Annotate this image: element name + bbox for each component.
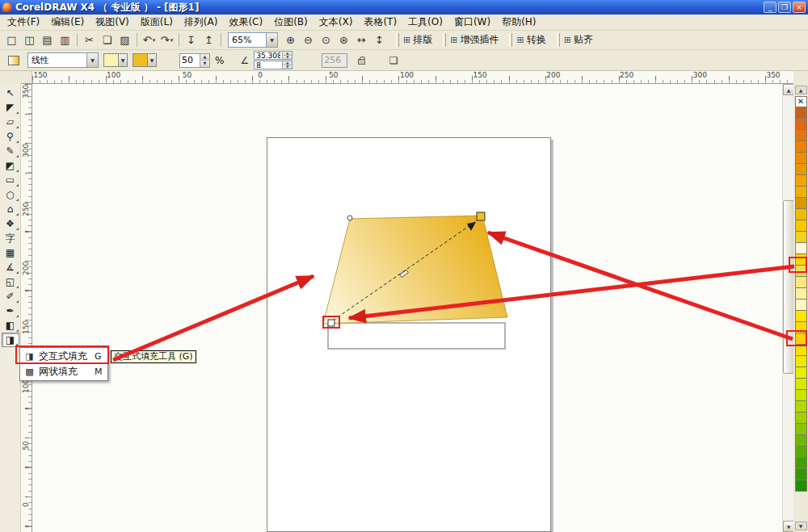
palette-swatch[interactable] — [795, 107, 807, 119]
toolbar-grip[interactable] — [443, 33, 446, 47]
flyout-item-mesh-fill[interactable]: ▩网状填充M — [21, 364, 107, 379]
menu-tools[interactable]: 工具(O) — [402, 14, 448, 31]
palette-swatch[interactable] — [795, 367, 807, 379]
smart-fill-tool[interactable]: ◩ — [2, 158, 19, 173]
scroll-down-button[interactable]: ▼ — [783, 521, 794, 532]
cut-button[interactable]: ✂ — [81, 31, 98, 48]
fill-tool[interactable]: ◧ — [2, 318, 19, 333]
menu-file[interactable]: 文件(F) — [2, 14, 45, 31]
scrollbar-thumb[interactable] — [783, 200, 794, 374]
interactive-fill-tool[interactable]: ◨ — [2, 333, 19, 347]
palette-swatch[interactable] — [795, 310, 807, 322]
fill-from-color-picker[interactable]: ▼ — [103, 53, 128, 67]
shape-tool[interactable]: ◤ — [2, 100, 19, 115]
palette-swatch[interactable] — [795, 355, 807, 367]
new-button[interactable]: □ — [3, 31, 20, 48]
zoom-level-select[interactable]: 65% ▼ — [228, 32, 278, 48]
angle-input[interactable] — [255, 52, 282, 59]
pick-tool[interactable]: ↖ — [2, 86, 19, 100]
palette-swatch[interactable] — [795, 378, 807, 390]
palette-swatch[interactable] — [795, 480, 807, 492]
menu-edit[interactable]: 编辑(E) — [45, 14, 90, 31]
palette-swatch[interactable] — [795, 163, 807, 175]
palette-swatch[interactable] — [795, 299, 807, 311]
vertical-scrollbar[interactable]: ▲ ▼ — [782, 84, 793, 532]
copy-fill-button[interactable]: ❏ — [385, 52, 402, 69]
steps-lock-button[interactable] — [352, 52, 370, 69]
chevron-down-icon[interactable]: ▼ — [266, 33, 277, 47]
chevron-down-icon[interactable]: ▾ — [170, 37, 174, 44]
palette-swatch[interactable] — [795, 457, 807, 469]
outline-tool[interactable]: ✒ — [2, 304, 19, 318]
toolbar-grip[interactable] — [509, 33, 512, 47]
palette-swatch[interactable] — [795, 197, 807, 209]
chevron-down-icon[interactable]: ▼ — [86, 53, 98, 67]
palette-swatch[interactable] — [795, 287, 807, 300]
palette-swatch[interactable] — [795, 231, 807, 243]
palette-swatch[interactable] — [795, 140, 807, 153]
menu-effects[interactable]: 效果(C) — [223, 14, 268, 31]
drawing-canvas[interactable] — [32, 84, 782, 532]
palette-swatch[interactable] — [795, 389, 807, 401]
spin-down-icon[interactable]: ▼ — [283, 65, 292, 69]
export-button[interactable]: ↥ — [200, 31, 217, 48]
menu-layout[interactable]: 版面(L) — [135, 14, 179, 31]
save-button[interactable]: ▤ — [39, 31, 56, 48]
palette-swatch[interactable] — [795, 333, 807, 345]
document-page[interactable] — [267, 137, 551, 532]
palette-swatch[interactable] — [795, 468, 807, 480]
palette-swatch[interactable] — [795, 434, 807, 446]
palette-swatch[interactable] — [795, 253, 807, 266]
palette-swatch[interactable] — [795, 446, 807, 458]
toolbar-enhanced-plugins[interactable]: ⊞增强插件 — [449, 33, 502, 47]
palette-swatch[interactable] — [795, 220, 807, 232]
crop-tool[interactable]: ▱ — [2, 115, 19, 129]
menu-arrange[interactable]: 排列(A) — [179, 14, 224, 31]
menu-view[interactable]: 视图(V) — [90, 14, 135, 31]
palette-swatch[interactable] — [795, 276, 807, 288]
polygon-tool[interactable]: ⌂ — [2, 202, 19, 216]
ellipse-tool[interactable]: ○ — [2, 187, 19, 202]
table-tool[interactable]: ▦ — [2, 245, 19, 260]
palette-swatch[interactable] — [795, 118, 807, 130]
eyedropper-tool[interactable]: ✐ — [2, 289, 19, 304]
palette-scroll-up-button[interactable]: ▲ — [795, 86, 807, 94]
menu-text[interactable]: 文本(X) — [314, 14, 359, 31]
fill-to-color-picker[interactable]: ▼ — [133, 53, 157, 67]
palette-swatch[interactable] — [795, 208, 807, 220]
zoom-all-button[interactable]: ⊛ — [335, 31, 352, 48]
freehand-tool[interactable]: ✎ — [2, 144, 19, 158]
print-button[interactable]: ▥ — [57, 31, 74, 48]
flyout-item-interactive-fill[interactable]: ◨交互式填充G — [21, 349, 107, 364]
redo-button[interactable]: ↷▾ — [158, 31, 175, 48]
spin-up-icon[interactable]: ▲ — [200, 54, 209, 61]
menu-bitmaps[interactable]: 位图(B) — [268, 14, 314, 31]
toolbar-grip[interactable] — [557, 33, 560, 47]
palette-swatch[interactable] — [795, 242, 807, 254]
spin-down-icon[interactable]: ▼ — [200, 60, 209, 67]
zoom-page-height-button[interactable]: ↕ — [371, 31, 388, 48]
undo-button[interactable]: ↶▾ — [141, 31, 158, 48]
palette-swatch[interactable] — [795, 321, 807, 333]
horizontal-ruler[interactable]: 15010050050100150200250300350 — [32, 71, 793, 84]
edge-pad-input[interactable] — [255, 61, 282, 69]
copy-button[interactable]: ❏ — [99, 31, 116, 48]
palette-swatch[interactable] — [795, 344, 807, 356]
chevron-down-icon[interactable]: ▼ — [118, 54, 127, 66]
edit-fill-button[interactable] — [5, 52, 23, 69]
palette-swatch[interactable] — [795, 152, 807, 164]
zoom-tool[interactable]: ⚲ — [2, 129, 19, 144]
basic-shapes-tool[interactable]: ❖ — [2, 216, 19, 231]
palette-swatch[interactable] — [795, 412, 807, 424]
zoom-selected-button[interactable]: ⊙ — [318, 31, 335, 48]
rectangle-tool[interactable]: ▭ — [2, 173, 19, 187]
midpoint-input[interactable] — [180, 54, 200, 67]
zoom-in-button[interactable]: ⊕ — [282, 31, 299, 48]
import-button[interactable]: ↧ — [183, 31, 200, 48]
text-tool[interactable]: 字 — [2, 231, 19, 245]
dimension-tool[interactable]: ∡ — [2, 260, 19, 274]
close-button[interactable]: × — [793, 2, 806, 13]
minimize-button[interactable]: _ — [764, 2, 776, 13]
palette-scroll-down-button[interactable]: ▼ — [795, 522, 807, 530]
toolbar-convert[interactable]: ⊞转换 — [516, 33, 549, 47]
